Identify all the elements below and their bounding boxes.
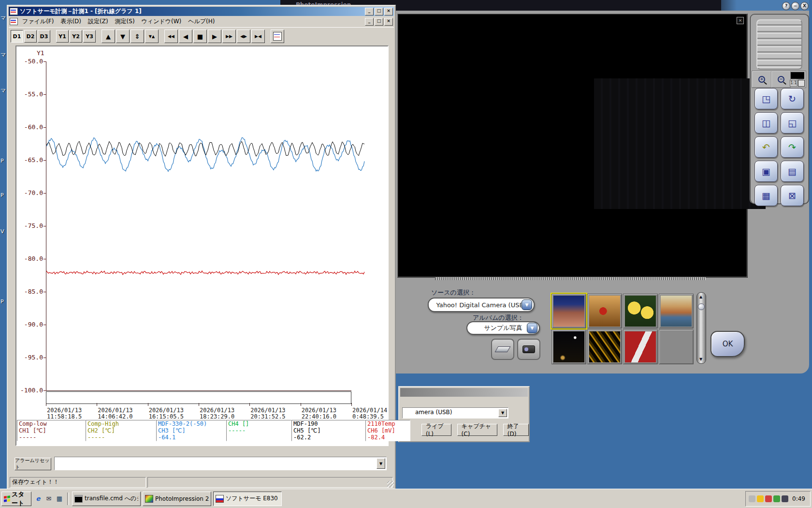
desktop-icon-fragment[interactable]: マ bbox=[0, 15, 6, 22]
scrollbar-thumb[interactable] bbox=[698, 303, 705, 310]
album-select-dropdown[interactable]: サンプル写真 ▼ bbox=[466, 321, 540, 335]
time-scroll-box[interactable] bbox=[46, 391, 351, 404]
menu-ファイル(F)[interactable]: ファイル(F) bbox=[19, 17, 57, 26]
thumbnail-cloud-sky[interactable] bbox=[659, 329, 694, 364]
viewport-close-icon[interactable]: × bbox=[737, 17, 744, 24]
menu-設定(Z)[interactable]: 設定(Z) bbox=[85, 17, 112, 26]
mirror-button[interactable]: ◫ bbox=[754, 112, 778, 134]
toolbar-nav-vertical-1[interactable]: ▼ bbox=[116, 30, 130, 43]
thermo-titlebar[interactable]: ソフトサーモ計測－計測1 - [折れ線グラフ 1] _□× bbox=[9, 7, 394, 16]
thumbnail-harbor-town[interactable] bbox=[659, 294, 694, 329]
menu-測定(S)[interactable]: 測定(S) bbox=[112, 17, 138, 26]
toolbar-nav-transport-3[interactable]: ▶ bbox=[208, 30, 221, 43]
thumbnail-night-city[interactable] bbox=[551, 329, 586, 364]
scroll-down-icon[interactable]: ▼ bbox=[697, 356, 704, 363]
toolbar-button-Y1[interactable]: Y1 bbox=[56, 30, 69, 43]
copy-button[interactable]: ▣ bbox=[754, 161, 778, 182]
volume-icon[interactable] bbox=[782, 495, 788, 502]
minimize-button[interactable]: _ bbox=[365, 8, 374, 15]
toolbar-nav-transport-4[interactable]: ▶▶ bbox=[222, 30, 236, 43]
printer-icon[interactable] bbox=[749, 495, 755, 502]
capture-button-終了(D)[interactable]: 終了(D) bbox=[503, 424, 529, 436]
zoom-ratio-button[interactable]: 1:1 bbox=[790, 80, 798, 87]
minimize-button[interactable]: _ bbox=[365, 18, 374, 26]
toolbar-nav-transport-2[interactable]: ■ bbox=[193, 30, 207, 43]
chart-view-button[interactable] bbox=[271, 30, 284, 43]
chevron-down-icon[interactable]: ▼ bbox=[527, 323, 537, 333]
toolbar-button-Y2[interactable]: Y2 bbox=[70, 30, 82, 43]
alarm-combobox[interactable]: ▼ bbox=[54, 457, 387, 470]
toolbar-nav-transport-1[interactable]: ◀ bbox=[179, 30, 192, 43]
camera-source-combobox[interactable]: amera (USB) ▼ bbox=[402, 407, 508, 418]
toolbar-nav-transport-0[interactable]: ◀◀ bbox=[164, 30, 178, 43]
capture-button-ライブ(L)[interactable]: ライブ(L) bbox=[421, 424, 451, 436]
alert-icon[interactable] bbox=[757, 495, 764, 502]
thumbnail-light-trails[interactable] bbox=[587, 329, 622, 364]
desktop-icon-fragment[interactable]: V bbox=[0, 228, 4, 235]
internet-explorer-icon[interactable]: e bbox=[33, 494, 43, 504]
acquire-camera-button[interactable] bbox=[517, 339, 540, 360]
close-button[interactable]: × bbox=[384, 8, 393, 15]
thumbnail-rock-spires[interactable] bbox=[551, 294, 586, 329]
delete-button[interactable]: ▦ bbox=[754, 185, 778, 206]
toolbar-nav-transport-5[interactable]: ◀▶ bbox=[237, 30, 250, 43]
task-photoimpression[interactable]: PhotoImpression 2000 bbox=[143, 492, 211, 506]
panel-grip[interactable] bbox=[756, 19, 802, 70]
menu-ヘルプ(H)[interactable]: ヘルプ(H) bbox=[185, 17, 218, 26]
rotate-button[interactable]: ↻ bbox=[781, 88, 804, 109]
toolbar-nav-transport-6[interactable]: ▶◀ bbox=[251, 30, 265, 43]
fit-window-icon[interactable] bbox=[798, 80, 805, 87]
desktop-icon-fragment[interactable]: P bbox=[0, 299, 4, 305]
ok-button[interactable]: OK bbox=[710, 331, 745, 357]
network-icon[interactable] bbox=[773, 495, 780, 502]
source-select-dropdown[interactable]: Yahoo! Digital Camera (USB) ▼ bbox=[428, 298, 535, 312]
undo-button[interactable]: ↶ bbox=[754, 136, 778, 158]
chevron-down-icon[interactable]: ▼ bbox=[377, 458, 385, 469]
desktop-icon-fragment[interactable]: P bbox=[0, 158, 4, 164]
record-icon[interactable] bbox=[765, 495, 772, 502]
paste-button[interactable]: ▤ bbox=[781, 161, 804, 182]
toolbar-button-D1[interactable]: D1 bbox=[11, 30, 23, 43]
crop-button[interactable]: ◱ bbox=[781, 112, 804, 134]
image-viewport[interactable]: × bbox=[397, 14, 748, 278]
close-button[interactable]: × bbox=[384, 18, 393, 26]
resize-button[interactable]: ◳ bbox=[754, 88, 778, 109]
window-minimize-button[interactable]: − bbox=[791, 2, 799, 10]
task-thermo[interactable]: ソフトサーモ E830 bbox=[213, 492, 282, 506]
task-cmd[interactable]: transfile.cmd へのショート... bbox=[72, 492, 141, 506]
desktop-icon-fragment[interactable]: P bbox=[0, 192, 4, 198]
capture-button-キャプチャ(C)[interactable]: キャプチャ(C) bbox=[457, 424, 497, 436]
thumbnail-yellow-flowers[interactable] bbox=[623, 294, 658, 329]
desktop-icon-fragment[interactable]: マ bbox=[0, 51, 6, 59]
resize-grip[interactable] bbox=[387, 481, 394, 488]
thumbnail-cardinal-bird[interactable] bbox=[587, 294, 622, 329]
menu-表示(D)[interactable]: 表示(D) bbox=[57, 17, 85, 26]
chevron-down-icon[interactable]: ▼ bbox=[522, 299, 532, 310]
toolbar-button-D2[interactable]: D2 bbox=[24, 30, 37, 43]
redo-button[interactable]: ↷ bbox=[781, 136, 804, 158]
mail-icon[interactable]: ✉ bbox=[44, 494, 54, 504]
close-image-button[interactable]: ⊠ bbox=[781, 185, 804, 206]
chevron-down-icon[interactable]: ▼ bbox=[498, 409, 507, 417]
restore-button[interactable]: □ bbox=[375, 18, 383, 26]
window-close-button[interactable]: X bbox=[800, 2, 809, 10]
window-help-button[interactable]: ? bbox=[782, 2, 790, 10]
restore-button[interactable]: □ bbox=[375, 8, 383, 15]
toolbar-button-Y3[interactable]: Y3 bbox=[83, 30, 96, 43]
desktop-icon-fragment[interactable]: マ bbox=[0, 87, 6, 94]
acquire-scanner-button[interactable] bbox=[491, 339, 514, 360]
toolbar-nav-vertical-2[interactable]: ⇕ bbox=[130, 30, 144, 43]
toolbar-button-D3[interactable]: D3 bbox=[38, 30, 50, 43]
scroll-up-icon[interactable]: ▲ bbox=[697, 293, 704, 300]
toolbar-nav-vertical-3[interactable]: ▼▲ bbox=[145, 30, 159, 43]
zoom-in-button[interactable]: + bbox=[752, 71, 771, 88]
thumbnail-ship-flag[interactable] bbox=[623, 329, 658, 364]
zoom-out-button[interactable]: − bbox=[771, 71, 791, 88]
alarm-reset-button[interactable]: アラームリセット bbox=[14, 458, 51, 470]
toolbar-nav-vertical-0[interactable]: ▲ bbox=[102, 30, 115, 43]
capture-dialog-titlebar[interactable] bbox=[400, 388, 528, 397]
menu-ウィンドウ(W)[interactable]: ウィンドウ(W) bbox=[138, 17, 185, 26]
start-button[interactable]: スタート bbox=[1, 492, 31, 506]
show-desktop-icon[interactable]: ▦ bbox=[55, 494, 64, 504]
thumbnail-scrollbar[interactable]: ▲ ▼ bbox=[696, 292, 706, 364]
